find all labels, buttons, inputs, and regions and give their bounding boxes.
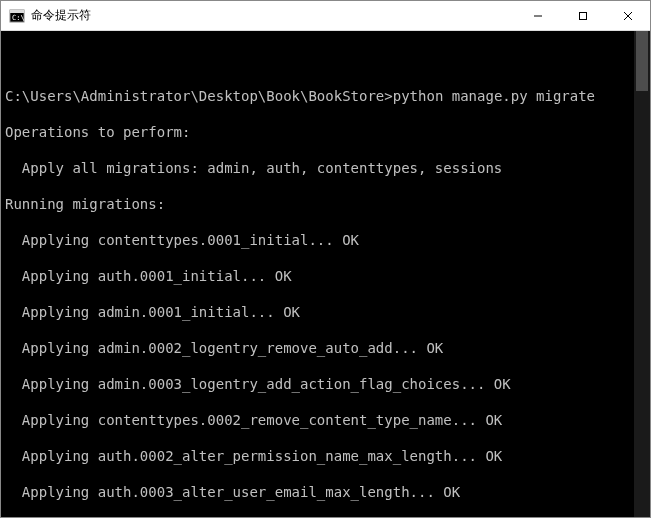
command-text: python manage.py migrate — [393, 88, 595, 104]
svg-rect-1 — [10, 10, 24, 13]
terminal-line — [5, 51, 630, 69]
terminal-output[interactable]: C:\Users\Administrator\Desktop\Book\Book… — [1, 31, 634, 517]
window-title: 命令提示符 — [31, 7, 515, 24]
output-line: Applying admin.0002_logentry_remove_auto… — [5, 339, 630, 357]
prompt-line: C:\Users\Administrator\Desktop\Book\Book… — [5, 87, 630, 105]
output-line: Apply all migrations: admin, auth, conte… — [5, 159, 630, 177]
output-line: Applying auth.0001_initial... OK — [5, 267, 630, 285]
output-line: Applying admin.0003_logentry_add_action_… — [5, 375, 630, 393]
close-button[interactable] — [605, 1, 650, 30]
output-line: Applying admin.0001_initial... OK — [5, 303, 630, 321]
scrollbar-thumb[interactable] — [636, 31, 648, 91]
prompt: C:\Users\Administrator\Desktop\Book\Book… — [5, 88, 393, 104]
output-line: Applying auth.0003_alter_user_email_max_… — [5, 483, 630, 501]
titlebar[interactable]: C:\ 命令提示符 — [1, 1, 650, 31]
terminal-area: C:\Users\Administrator\Desktop\Book\Book… — [1, 31, 650, 517]
svg-rect-4 — [579, 12, 586, 19]
vertical-scrollbar[interactable] — [634, 31, 650, 517]
cmd-window: C:\ 命令提示符 C:\Users\Administrator\Desktop… — [0, 0, 651, 518]
output-line: Applying contenttypes.0002_remove_conten… — [5, 411, 630, 429]
cmd-icon: C:\ — [9, 8, 25, 24]
window-controls — [515, 1, 650, 30]
maximize-button[interactable] — [560, 1, 605, 30]
minimize-button[interactable] — [515, 1, 560, 30]
output-line: Operations to perform: — [5, 123, 630, 141]
output-line: Running migrations: — [5, 195, 630, 213]
output-line: Applying auth.0002_alter_permission_name… — [5, 447, 630, 465]
svg-text:C:\: C:\ — [12, 14, 25, 22]
output-line: Applying contenttypes.0001_initial... OK — [5, 231, 630, 249]
